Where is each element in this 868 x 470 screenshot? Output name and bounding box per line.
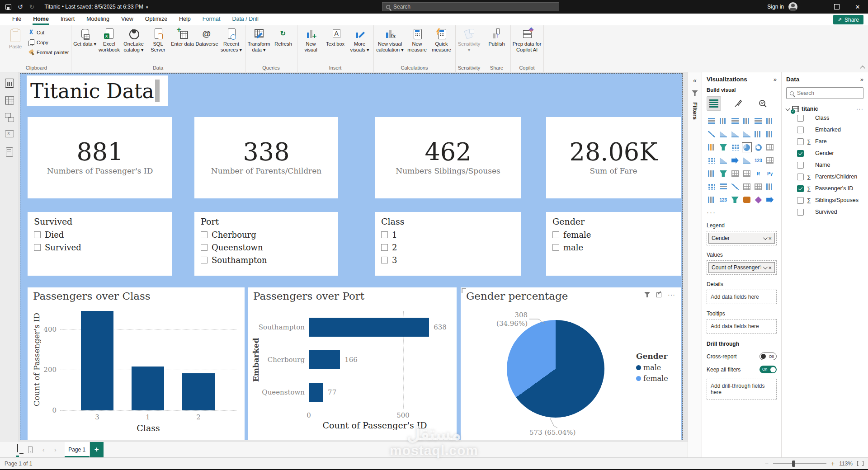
slicer-survived[interactable]: SurvivedDiedSurvived	[28, 212, 172, 276]
pie-chart-gender-percentage[interactable]: Gender percentage···308(34.96%)573 (65.0…	[461, 287, 681, 440]
enter-data-button[interactable]: Enter data	[171, 26, 194, 47]
cut-button[interactable]: Cut	[28, 28, 69, 37]
table-more-options-icon[interactable]: ···	[856, 105, 863, 112]
slicer-gender[interactable]: Genderfemalemale	[546, 212, 681, 276]
slicer-option-queenstown[interactable]: Queenstown	[201, 243, 338, 252]
undo-icon[interactable]: ↺	[18, 3, 23, 10]
copy-button[interactable]: Copy	[28, 38, 69, 47]
refresh-button[interactable]: Refresh	[272, 26, 295, 47]
visual-type-table[interactable]	[730, 169, 740, 179]
focus-mode-icon[interactable]	[656, 292, 661, 297]
kpi-card-sum-of-fare[interactable]: 28.06KSum of Fare	[546, 117, 681, 198]
zoom-out-button[interactable]: −	[765, 460, 769, 467]
visual-type-matrix[interactable]	[742, 169, 752, 179]
fit-to-page-icon[interactable]	[857, 461, 863, 466]
menu-tab-optimize[interactable]: Optimize	[139, 14, 173, 25]
visual-type-clustered-column-chart[interactable]	[742, 116, 752, 126]
visual-type-what-if-parameter[interactable]: 123	[718, 195, 728, 205]
visual-type-shape-map[interactable]	[742, 155, 752, 165]
checkbox-unchecked[interactable]	[797, 197, 804, 204]
slicer-option-survived[interactable]: Survived	[34, 243, 172, 252]
visual-type-line-and-stacked-column-chart[interactable]	[753, 129, 763, 139]
field-row-class[interactable]: Class	[786, 112, 863, 124]
sql-server-button[interactable]: SQL Server	[146, 26, 170, 52]
nav-tmdl-view-icon[interactable]	[5, 147, 14, 156]
menu-tab-help[interactable]: Help	[173, 14, 197, 25]
column-chart-passengers-over-class[interactable]: Passengers over Class0200400312ClassCoun…	[28, 287, 245, 440]
collapse-data-pane-icon[interactable]: »	[860, 76, 863, 83]
legend-item-female[interactable]: female	[636, 374, 668, 383]
text-box-button[interactable]: Text box	[324, 26, 347, 47]
visual-type-card[interactable]: 123	[753, 155, 763, 165]
visual-type-r-script-visual[interactable]: R	[753, 169, 763, 179]
checkbox-unchecked[interactable]	[552, 231, 559, 238]
visual-type-pie-chart[interactable]	[742, 142, 752, 152]
visual-more-options-icon[interactable]: ···	[668, 293, 675, 296]
collapse-table-icon[interactable]	[786, 107, 790, 111]
menu-tab-view[interactable]: View	[115, 14, 139, 25]
transform-data-button[interactable]: Transform data ▾	[247, 26, 271, 52]
recent-sources-button[interactable]: Recent sources ▾	[220, 26, 243, 52]
visual-type-filled-map[interactable]	[718, 155, 728, 165]
collapse-visualizations-icon[interactable]: »	[774, 76, 777, 83]
details-well[interactable]: Add data fields here	[707, 290, 777, 304]
visual-type-auto-filter[interactable]	[730, 195, 740, 205]
field-row-siblings-spouses[interactable]: ∑Siblings/Spouses	[786, 194, 863, 206]
document-title[interactable]: Titanic • Last saved: 8/5/2025 at 6:33 P…	[44, 4, 148, 10]
redo-icon[interactable]: ↻	[29, 3, 35, 10]
field-row-gender[interactable]: Gender	[786, 147, 863, 159]
sign-in-button[interactable]: Sign in	[767, 4, 784, 10]
remove-field-icon[interactable]: ×	[768, 235, 772, 242]
new-visual-button[interactable]: +New visual	[299, 26, 323, 52]
visual-type-clustered-bar-chart[interactable]	[730, 116, 740, 126]
report-canvas[interactable]: Titanic Data 881Numbers of Passenger's I…	[20, 73, 683, 440]
sensitivity-button[interactable]: Sensitivity ▾	[458, 26, 481, 52]
dataverse-button[interactable]: Dataverse	[195, 26, 219, 47]
field-row-embarked[interactable]: Embarked	[786, 124, 863, 136]
bar-class-3[interactable]	[81, 311, 113, 410]
menu-tab-format[interactable]: Format	[197, 14, 226, 25]
slicer-class[interactable]: Class123	[375, 212, 521, 276]
visual-type-decomposition-tree[interactable]	[718, 182, 728, 192]
fields-search-input[interactable]: Search	[786, 87, 863, 99]
checkbox-unchecked[interactable]	[552, 244, 559, 251]
drill-through-well[interactable]: Add drill-through fields here	[707, 379, 777, 400]
visual-type-area-chart[interactable]	[718, 129, 728, 139]
visual-type-report-visual[interactable]	[707, 195, 717, 205]
values-field-pill[interactable]: Count of Passenger's ID ×	[708, 262, 775, 273]
quick-measure-button[interactable]: Quick measure	[430, 26, 453, 52]
visual-type-slicer[interactable]	[718, 169, 728, 179]
visual-type-line-and-clustered-column-chart[interactable]	[765, 129, 775, 139]
checkbox-checked[interactable]	[797, 150, 804, 157]
next-page-icon[interactable]: ›	[54, 446, 56, 453]
visual-type-stacked-area-chart[interactable]	[730, 129, 740, 139]
slicer-option-died[interactable]: Died	[34, 230, 172, 240]
nav-model-view-icon[interactable]	[5, 113, 14, 122]
visual-type-kpi[interactable]	[707, 169, 717, 179]
new-visual-calculation-button[interactable]: fxNew visual calculation ▾	[376, 26, 405, 52]
visual-type-100-stacked-bar-chart[interactable]	[753, 116, 763, 126]
bar-class-2[interactable]	[182, 373, 215, 410]
visual-type-treemap[interactable]	[765, 142, 775, 152]
checkbox-unchecked[interactable]	[201, 257, 208, 263]
slicer-option-2[interactable]: 2	[381, 243, 521, 252]
more-visuals-button[interactable]: More visuals ▾	[348, 26, 372, 52]
visual-filter-icon[interactable]	[644, 292, 650, 297]
visual-type-funnel-chart[interactable]	[718, 142, 728, 152]
zoom-slider-thumb[interactable]	[792, 461, 795, 467]
zoom-slider[interactable]	[773, 463, 826, 464]
build-visual-mode-button[interactable]	[707, 96, 721, 111]
get-data-button[interactable]: Get data ▾	[73, 26, 97, 47]
zoom-in-button[interactable]: +	[831, 460, 835, 467]
visual-type-map[interactable]	[707, 155, 717, 165]
checkbox-unchecked[interactable]	[797, 138, 804, 145]
minimize-button[interactable]	[806, 0, 826, 14]
previous-page-icon[interactable]: ‹	[42, 446, 44, 453]
collapse-ribbon-icon[interactable]	[860, 65, 864, 69]
kpi-card-numbers-siblings-spouses[interactable]: 462Numbers Siblings/Spouses	[375, 117, 521, 198]
pie[interactable]	[507, 320, 604, 418]
save-icon[interactable]	[5, 4, 11, 10]
menu-tab-insert[interactable]: Insert	[55, 14, 80, 25]
slicer-option-male[interactable]: male	[552, 243, 681, 252]
visual-type-power-automate[interactable]	[753, 195, 763, 205]
